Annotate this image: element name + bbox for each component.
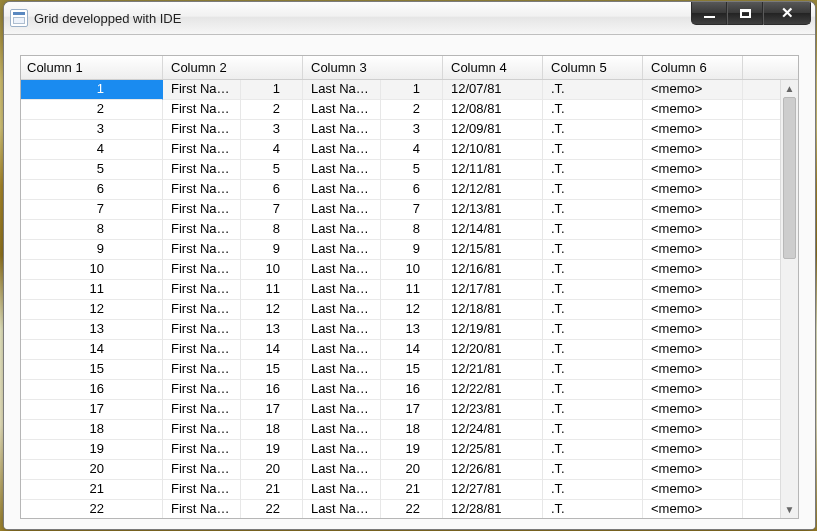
table-row[interactable]: 1First Name1Last Name112/07/81.T.<memo> bbox=[21, 80, 781, 100]
cell-c4[interactable]: 12/15/81 bbox=[443, 240, 543, 260]
cell-c4[interactable]: 12/16/81 bbox=[443, 260, 543, 280]
close-button[interactable]: ✕ bbox=[763, 2, 811, 25]
cell-c4[interactable]: 12/23/81 bbox=[443, 400, 543, 420]
cell-c6[interactable]: <memo> bbox=[643, 380, 743, 400]
cell-c1[interactable]: 21 bbox=[21, 480, 163, 500]
cell-c3-name[interactable]: Last Name bbox=[303, 420, 381, 440]
cell-c3-name[interactable]: Last Name bbox=[303, 100, 381, 120]
cell-c4[interactable]: 12/22/81 bbox=[443, 380, 543, 400]
cell-c2-name[interactable]: First Name bbox=[163, 120, 241, 140]
cell-c2-name[interactable]: First Name bbox=[163, 320, 241, 340]
cell-c6[interactable]: <memo> bbox=[643, 280, 743, 300]
scroll-down-button[interactable]: ▼ bbox=[781, 501, 798, 518]
cell-c2-idx[interactable]: 13 bbox=[241, 320, 303, 340]
cell-c2-name[interactable]: First Name bbox=[163, 260, 241, 280]
cell-c2-idx[interactable]: 22 bbox=[241, 500, 303, 518]
cell-c4[interactable]: 12/21/81 bbox=[443, 360, 543, 380]
cell-c2-name[interactable]: First Name bbox=[163, 500, 241, 518]
table-row[interactable]: 6First Name6Last Name612/12/81.T.<memo> bbox=[21, 180, 781, 200]
cell-c2-idx[interactable]: 1 bbox=[241, 80, 303, 100]
cell-c3-idx[interactable]: 18 bbox=[381, 420, 443, 440]
cell-c5[interactable]: .T. bbox=[543, 200, 643, 220]
cell-c1[interactable]: 5 bbox=[21, 160, 163, 180]
table-row[interactable]: 11First Name11Last Name1112/17/81.T.<mem… bbox=[21, 280, 781, 300]
cell-c6[interactable]: <memo> bbox=[643, 500, 743, 518]
cell-c1[interactable]: 6 bbox=[21, 180, 163, 200]
cell-c1[interactable]: 2 bbox=[21, 100, 163, 120]
cell-c1[interactable]: 11 bbox=[21, 280, 163, 300]
cell-c2-name[interactable]: First Name bbox=[163, 100, 241, 120]
cell-c2-name[interactable]: First Name bbox=[163, 80, 241, 100]
titlebar[interactable]: Grid developped with IDE ✕ bbox=[4, 2, 815, 35]
cell-c3-name[interactable]: Last Name bbox=[303, 220, 381, 240]
cell-c3-idx[interactable]: 3 bbox=[381, 120, 443, 140]
cell-c3-idx[interactable]: 1 bbox=[381, 80, 443, 100]
cell-c5[interactable]: .T. bbox=[543, 420, 643, 440]
cell-c5[interactable]: .T. bbox=[543, 380, 643, 400]
cell-c2-name[interactable]: First Name bbox=[163, 400, 241, 420]
cell-c3-name[interactable]: Last Name bbox=[303, 400, 381, 420]
cell-c2-idx[interactable]: 12 bbox=[241, 300, 303, 320]
cell-c2-idx[interactable]: 7 bbox=[241, 200, 303, 220]
cell-c2-name[interactable]: First Name bbox=[163, 480, 241, 500]
cell-c4[interactable]: 12/08/81 bbox=[443, 100, 543, 120]
cell-c2-idx[interactable]: 3 bbox=[241, 120, 303, 140]
cell-c1[interactable]: 18 bbox=[21, 420, 163, 440]
cell-c3-name[interactable]: Last Name bbox=[303, 140, 381, 160]
cell-c3-idx[interactable]: 21 bbox=[381, 480, 443, 500]
cell-c5[interactable]: .T. bbox=[543, 280, 643, 300]
cell-c5[interactable]: .T. bbox=[543, 320, 643, 340]
cell-c6[interactable]: <memo> bbox=[643, 340, 743, 360]
cell-c1[interactable]: 15 bbox=[21, 360, 163, 380]
cell-c3-name[interactable]: Last Name bbox=[303, 380, 381, 400]
cell-c3-name[interactable]: Last Name bbox=[303, 160, 381, 180]
table-row[interactable]: 19First Name19Last Name1912/25/81.T.<mem… bbox=[21, 440, 781, 460]
table-row[interactable]: 8First Name8Last Name812/14/81.T.<memo> bbox=[21, 220, 781, 240]
cell-c4[interactable]: 12/10/81 bbox=[443, 140, 543, 160]
cell-c2-name[interactable]: First Name bbox=[163, 440, 241, 460]
cell-c5[interactable]: .T. bbox=[543, 360, 643, 380]
cell-c1[interactable]: 7 bbox=[21, 200, 163, 220]
table-row[interactable]: 9First Name9Last Name912/15/81.T.<memo> bbox=[21, 240, 781, 260]
cell-c5[interactable]: .T. bbox=[543, 500, 643, 518]
cell-c4[interactable]: 12/19/81 bbox=[443, 320, 543, 340]
cell-c1[interactable]: 16 bbox=[21, 380, 163, 400]
cell-c3-idx[interactable]: 22 bbox=[381, 500, 443, 518]
cell-c2-name[interactable]: First Name bbox=[163, 180, 241, 200]
cell-c4[interactable]: 12/25/81 bbox=[443, 440, 543, 460]
cell-c2-idx[interactable]: 5 bbox=[241, 160, 303, 180]
cell-c3-name[interactable]: Last Name bbox=[303, 260, 381, 280]
cell-c6[interactable]: <memo> bbox=[643, 400, 743, 420]
cell-c2-name[interactable]: First Name bbox=[163, 460, 241, 480]
cell-c2-idx[interactable]: 18 bbox=[241, 420, 303, 440]
cell-c4[interactable]: 12/12/81 bbox=[443, 180, 543, 200]
cell-c3-idx[interactable]: 11 bbox=[381, 280, 443, 300]
cell-c4[interactable]: 12/20/81 bbox=[443, 340, 543, 360]
cell-c5[interactable]: .T. bbox=[543, 340, 643, 360]
table-row[interactable]: 17First Name17Last Name1712/23/81.T.<mem… bbox=[21, 400, 781, 420]
cell-c1[interactable]: 13 bbox=[21, 320, 163, 340]
cell-c1[interactable]: 8 bbox=[21, 220, 163, 240]
cell-c3-idx[interactable]: 14 bbox=[381, 340, 443, 360]
table-row[interactable]: 22First Name22Last Name2212/28/81.T.<mem… bbox=[21, 500, 781, 518]
cell-c3-idx[interactable]: 8 bbox=[381, 220, 443, 240]
cell-c1[interactable]: 10 bbox=[21, 260, 163, 280]
vertical-scrollbar[interactable]: ▲ ▼ bbox=[780, 80, 798, 518]
table-row[interactable]: 21First Name21Last Name2112/27/81.T.<mem… bbox=[21, 480, 781, 500]
cell-c4[interactable]: 12/11/81 bbox=[443, 160, 543, 180]
cell-c2-idx[interactable]: 21 bbox=[241, 480, 303, 500]
cell-c3-idx[interactable]: 13 bbox=[381, 320, 443, 340]
cell-c2-name[interactable]: First Name bbox=[163, 360, 241, 380]
cell-c2-idx[interactable]: 6 bbox=[241, 180, 303, 200]
cell-c6[interactable]: <memo> bbox=[643, 80, 743, 100]
cell-c3-name[interactable]: Last Name bbox=[303, 360, 381, 380]
cell-c6[interactable]: <memo> bbox=[643, 240, 743, 260]
cell-c4[interactable]: 12/18/81 bbox=[443, 300, 543, 320]
cell-c1[interactable]: 4 bbox=[21, 140, 163, 160]
cell-c3-name[interactable]: Last Name bbox=[303, 240, 381, 260]
cell-c1[interactable]: 19 bbox=[21, 440, 163, 460]
cell-c3-name[interactable]: Last Name bbox=[303, 120, 381, 140]
cell-c3-name[interactable]: Last Name bbox=[303, 200, 381, 220]
cell-c3-name[interactable]: Last Name bbox=[303, 340, 381, 360]
cell-c3-name[interactable]: Last Name bbox=[303, 440, 381, 460]
